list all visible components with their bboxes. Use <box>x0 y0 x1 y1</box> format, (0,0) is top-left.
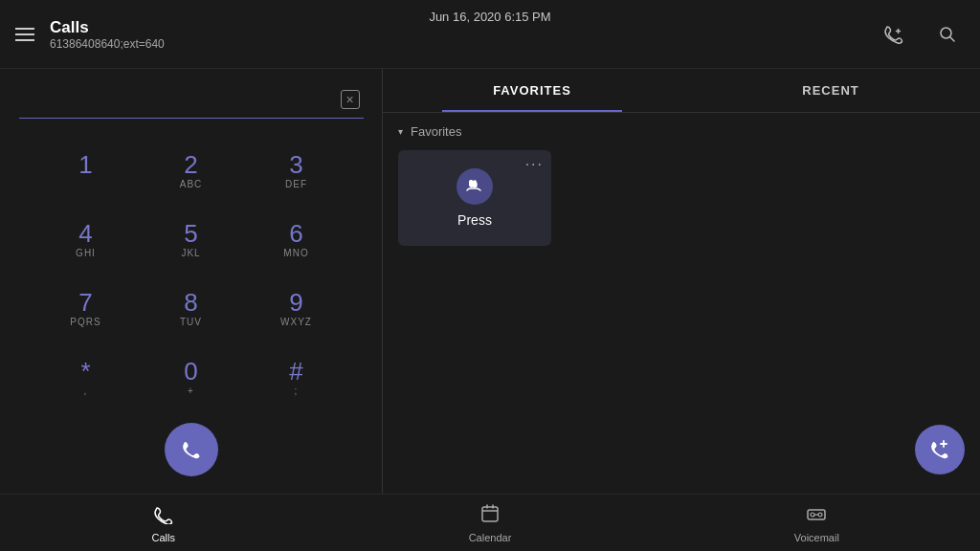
nav-icon-voicemail <box>806 503 827 529</box>
nav-item-calendar[interactable]: Calendar <box>326 503 653 543</box>
nav-label: Voicemail <box>794 532 839 543</box>
dial-key-2[interactable]: 2ABC <box>139 138 244 207</box>
call-button-row <box>165 423 218 476</box>
app-title: Calls <box>50 18 877 37</box>
main-content: 12ABC3DEF4GHI5JKL6MNO7PQRS8TUV9WXYZ*,0+#… <box>0 69 980 494</box>
right-panel: FAVORITESRECENT ▾ Favorites ··· Press <box>383 69 980 494</box>
dial-key-9[interactable]: 9WXYZ <box>244 276 349 344</box>
section-title: Favorites <box>411 124 461 139</box>
dial-key-*[interactable]: *, <box>33 344 139 413</box>
tab-recent[interactable]: RECENT <box>681 69 980 112</box>
nav-label: Calendar <box>469 532 512 543</box>
new-call-fab[interactable] <box>915 425 965 474</box>
svg-point-5 <box>818 513 822 517</box>
title-block: Calls 61386408640;ext=640 <box>50 18 877 51</box>
clear-button[interactable] <box>337 86 364 113</box>
nav-label: Calls <box>151 532 174 543</box>
nav-icon-calendar <box>479 503 501 529</box>
dial-key-7[interactable]: 7PQRS <box>33 276 139 344</box>
dialpad-grid: 12ABC3DEF4GHI5JKL6MNO7PQRS8TUV9WXYZ*,0+#… <box>33 138 349 413</box>
chevron-down-icon: ▾ <box>398 126 403 137</box>
nav-item-calls[interactable]: Calls <box>0 503 326 543</box>
nav-icon-calls <box>153 503 174 529</box>
dialpad-panel: 12ABC3DEF4GHI5JKL6MNO7PQRS8TUV9WXYZ*,0+#… <box>0 69 383 494</box>
favorites-grid: ··· Press <box>398 150 965 246</box>
dial-key-#[interactable]: #; <box>244 344 349 413</box>
nav-item-voicemail[interactable]: Voicemail <box>654 503 980 543</box>
section-header: ▾ Favorites <box>398 124 965 139</box>
dial-key-6[interactable]: 6MNO <box>244 207 349 276</box>
bottom-nav: CallsCalendarVoicemail <box>0 494 980 551</box>
right-content: ▾ Favorites ··· Press <box>383 113 980 494</box>
svg-point-4 <box>811 513 814 517</box>
favorite-card[interactable]: ··· Press <box>398 150 551 246</box>
search-button[interactable] <box>930 17 965 52</box>
dial-input[interactable] <box>19 89 337 109</box>
favorite-avatar <box>457 168 493 205</box>
dial-key-4[interactable]: 4GHI <box>33 207 139 276</box>
dial-key-1[interactable]: 1 <box>33 138 139 207</box>
more-button[interactable]: ··· <box>525 156 544 173</box>
tab-favorites[interactable]: FAVORITES <box>383 69 681 112</box>
tabs-row: FAVORITESRECENT <box>383 69 980 113</box>
top-bar: Jun 16, 2020 6:15 PM Calls 61386408640;e… <box>0 0 980 69</box>
dial-key-0[interactable]: 0+ <box>139 344 244 413</box>
dial-input-row <box>19 84 364 119</box>
svg-rect-2 <box>482 507 498 521</box>
phone-add-button[interactable] <box>877 17 911 52</box>
dial-key-8[interactable]: 8TUV <box>139 276 244 344</box>
dial-key-5[interactable]: 5JKL <box>139 207 244 276</box>
top-icons <box>877 17 965 52</box>
hamburger-button[interactable] <box>15 28 34 41</box>
call-button[interactable] <box>165 423 218 476</box>
svg-point-0 <box>941 28 951 38</box>
clear-icon <box>341 90 360 109</box>
dial-key-3[interactable]: 3DEF <box>244 138 349 207</box>
favorite-name: Press <box>457 212 492 228</box>
subtitle: 61386408640;ext=640 <box>50 37 877 51</box>
